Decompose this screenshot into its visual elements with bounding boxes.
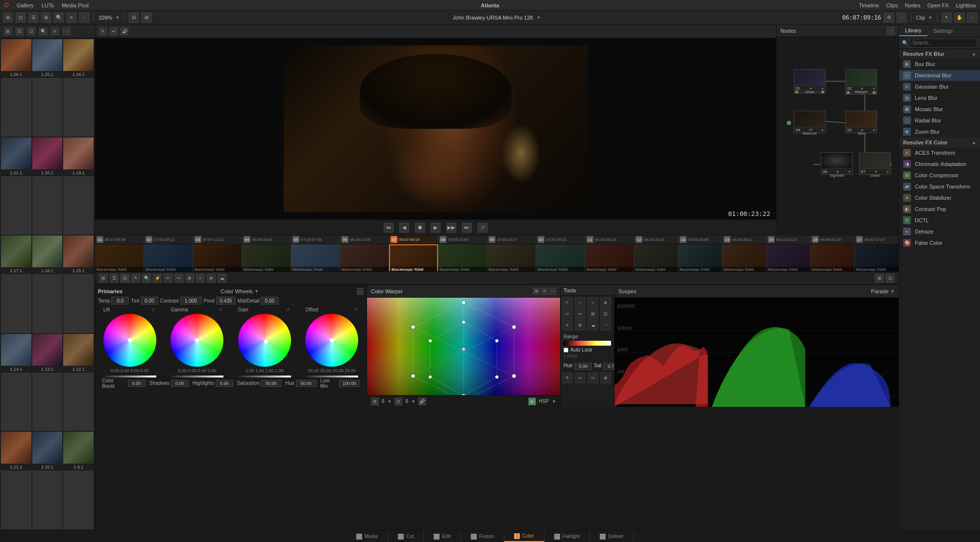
- warper-ctrl-1[interactable]: ⊞: [371, 398, 379, 405]
- timeline-clip-thumb-06[interactable]: Blackmagic RAW: [340, 244, 389, 271]
- lift-reset[interactable]: ↺: [150, 306, 156, 312]
- camera-label[interactable]: John Brawley URSA Mini Pro 12K: [453, 15, 534, 21]
- pivot-input[interactable]: [216, 297, 236, 305]
- color-tool-view-2[interactable]: ⊡: [886, 274, 895, 283]
- gamma-wheel[interactable]: [171, 314, 223, 367]
- timeline-clip-thumb-05[interactable]: Blackmagic RAW: [291, 244, 340, 271]
- toolbar-btn-6[interactable]: ≡: [67, 13, 76, 23]
- auto-lock-checkbox[interactable]: [564, 348, 568, 353]
- offset-slider[interactable]: [305, 376, 358, 377]
- gamma-reset[interactable]: ↺: [218, 306, 223, 312]
- timeline-clip-thumb-15[interactable]: Blackmagic RAW: [766, 244, 810, 271]
- lift-slider[interactable]: [103, 376, 156, 377]
- timeline-clip-thumb-02[interactable]: Blackmagic RAW: [144, 244, 193, 271]
- highlights-input[interactable]: [216, 380, 233, 387]
- toolbar-btn-2[interactable]: ⊡: [16, 13, 25, 23]
- tool-3[interactable]: ☆: [588, 297, 598, 308]
- cursor-btn[interactable]: ↖: [942, 13, 952, 23]
- lum-mix-input[interactable]: [339, 380, 360, 387]
- lift-wheel[interactable]: [103, 314, 156, 367]
- menu-nodes[interactable]: Nodes: [905, 2, 921, 8]
- tool-b-2[interactable]: ↩: [575, 373, 586, 383]
- loop-btn[interactable]: ↺: [478, 223, 488, 233]
- fx-color-stabilizer[interactable]: ≡ Color Stabilizer: [899, 192, 980, 204]
- menu-luts[interactable]: LUTs: [42, 2, 54, 8]
- list-item[interactable]: 1.21.1: [1, 138, 31, 235]
- menu-lightbox[interactable]: Lightbox: [956, 2, 976, 8]
- menu-timeline[interactable]: Timeline: [859, 2, 879, 8]
- list-item[interactable]: 1.11.1: [1, 432, 31, 529]
- hue-input-bottom[interactable]: [296, 380, 317, 387]
- fx-chromatic-adapt[interactable]: ◑ Chromatic Adaptation: [899, 159, 980, 170]
- timeline-clip-thumb-07[interactable]: Blackmagic RAW: [389, 244, 438, 271]
- viewer-tool-3[interactable]: 🔊: [121, 27, 128, 35]
- list-item[interactable]: 1.16.1: [32, 236, 63, 333]
- play-btn[interactable]: ▶: [431, 223, 441, 233]
- list-item[interactable]: 1.17.1: [1, 236, 31, 333]
- primaries-more[interactable]: ⋯: [357, 288, 364, 295]
- color-tool-1[interactable]: ⊞: [99, 274, 108, 283]
- saturation-input[interactable]: [261, 380, 281, 387]
- list-item[interactable]: 1.15.1: [63, 236, 94, 333]
- warper-ctrl-2[interactable]: ⊡: [394, 398, 402, 405]
- offset-reset[interactable]: ↺: [352, 306, 358, 312]
- warper-btn-3[interactable]: ⋯: [549, 288, 556, 295]
- viewer-more[interactable]: ⋯: [897, 13, 906, 23]
- list-item[interactable]: 1.14.1: [1, 334, 31, 431]
- nav-fusion[interactable]: Fusion: [461, 531, 504, 542]
- camera-dropdown-icon[interactable]: ▼: [537, 15, 541, 20]
- stop-btn[interactable]: ⏹: [415, 223, 425, 233]
- tool-4[interactable]: ⊕: [600, 297, 611, 308]
- menu-gallery[interactable]: Gallery: [17, 2, 34, 8]
- search-input[interactable]: [910, 39, 977, 47]
- list-item[interactable]: 1.24.1: [63, 39, 94, 137]
- range-bar[interactable]: [564, 341, 611, 346]
- left-panel-btn-3[interactable]: ⊡: [27, 27, 35, 35]
- shadows-input[interactable]: [171, 380, 189, 387]
- tool-cursor[interactable]: ↖: [562, 297, 573, 308]
- warper-dropdown-2[interactable]: ▼: [411, 399, 416, 404]
- fx-mosaic-blur[interactable]: ⊠ Mosaic Blur: [899, 104, 980, 115]
- timeline-clip-thumb-17[interactable]: Blackmagic RAW: [855, 244, 899, 271]
- list-item[interactable]: 1.19.1: [63, 138, 94, 235]
- tool-5[interactable]: ↩: [562, 308, 573, 319]
- list-item[interactable]: 1.9.1: [63, 432, 94, 529]
- list-item[interactable]: 1.13.1: [32, 334, 63, 431]
- timeline-clip-thumb-11[interactable]: Blackmagic RAW: [585, 244, 634, 271]
- node-vignette[interactable]: 06 ● ●: [821, 152, 853, 175]
- warper-btn-2[interactable]: ≡: [541, 288, 548, 295]
- toolbar-btn-1[interactable]: ⊞: [3, 13, 13, 23]
- list-item[interactable]: 1.12.1: [63, 334, 94, 431]
- toolbar-btn-3[interactable]: ☰: [28, 13, 38, 23]
- tool-12[interactable]: ⋯: [600, 320, 611, 330]
- left-panel-btn-1[interactable]: ⊞: [4, 27, 12, 35]
- gain-reset[interactable]: ↺: [285, 306, 291, 312]
- tool-7[interactable]: ⊞: [588, 308, 598, 319]
- color-tool-11[interactable]: ⊗: [207, 274, 216, 283]
- warper-btn-1[interactable]: ⊞: [533, 288, 539, 295]
- color-tool-9[interactable]: ⊕: [185, 274, 194, 283]
- tab-library[interactable]: Library: [899, 25, 928, 36]
- timeline-clip-thumb-14[interactable]: Blackmagic RAW: [722, 244, 766, 271]
- color-section-collapse[interactable]: ▲: [972, 140, 976, 145]
- warper-dropdown[interactable]: ▼: [388, 399, 392, 404]
- next-frame-btn[interactable]: ▶▶: [446, 223, 456, 233]
- tool-b-4[interactable]: ⊕: [600, 373, 611, 383]
- timeline-clip-thumb-12[interactable]: Blackmagic RAW: [634, 244, 678, 271]
- timeline-clip-thumb-09[interactable]: Blackmagic RAW: [487, 244, 536, 271]
- node-grain[interactable]: 07 ● ●: [859, 152, 891, 175]
- prev-frame-btn[interactable]: ◀: [399, 223, 409, 233]
- hue-input[interactable]: [574, 363, 592, 370]
- viewer-tool-1[interactable]: ✎: [99, 27, 107, 35]
- clip-dropdown-icon[interactable]: ▼: [928, 15, 932, 20]
- viewer-tool-2[interactable]: ↩: [110, 27, 118, 35]
- node-skin[interactable]: 03 ● ●: [845, 111, 877, 133]
- color-tool-7[interactable]: ↩: [164, 274, 172, 283]
- color-tool-8[interactable]: ↪: [174, 274, 183, 283]
- color-tool-12[interactable]: ☁: [218, 274, 226, 283]
- color-tool-4[interactable]: ✎: [131, 274, 140, 283]
- fx-directional-blur[interactable]: → Directional Blur: [899, 70, 980, 81]
- timeline-clip-thumb-01[interactable]: Blackmagic RAW: [95, 244, 144, 271]
- left-panel-btn-6[interactable]: ⋯: [63, 27, 71, 35]
- zoom-dropdown-icon[interactable]: ▼: [115, 15, 120, 20]
